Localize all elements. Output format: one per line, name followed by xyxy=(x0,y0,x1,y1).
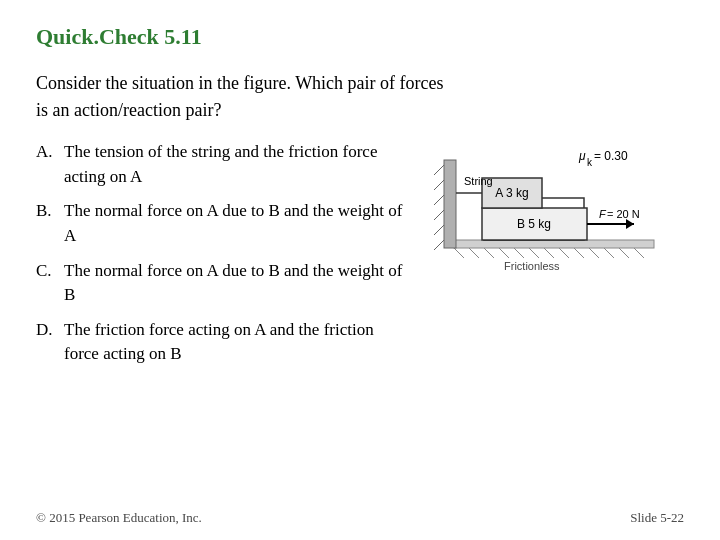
svg-text:Frictionless: Frictionless xyxy=(504,260,560,272)
answer-item-b: B. The normal force on A due to B and th… xyxy=(36,199,404,248)
svg-text:A 3 kg: A 3 kg xyxy=(495,186,528,200)
svg-line-13 xyxy=(634,248,644,258)
svg-line-6 xyxy=(529,248,539,258)
answer-letter-d: D. xyxy=(36,318,64,343)
svg-line-16 xyxy=(434,180,444,190)
slide-number: Slide 5-22 xyxy=(630,510,684,526)
svg-line-18 xyxy=(434,210,444,220)
svg-rect-0 xyxy=(454,240,654,248)
answer-letter-c: C. xyxy=(36,259,64,284)
answer-text-d: The friction force acting on A and the f… xyxy=(64,318,404,367)
answer-letter-b: B. xyxy=(36,199,64,224)
svg-text:String: String xyxy=(464,175,493,187)
answers-section: A. The tension of the string and the fri… xyxy=(36,140,404,377)
svg-line-17 xyxy=(434,195,444,205)
answer-item-a: A. The tension of the string and the fri… xyxy=(36,140,404,189)
svg-text:k: k xyxy=(587,157,593,168)
svg-line-9 xyxy=(574,248,584,258)
answer-text-a: The tension of the string and the fricti… xyxy=(64,140,404,189)
svg-line-19 xyxy=(434,225,444,235)
answer-text-c: The normal force on A due to B and the w… xyxy=(64,259,404,308)
physics-figure: A 3 kg B 5 kg A 3 kg String xyxy=(424,130,684,300)
svg-line-7 xyxy=(544,248,554,258)
svg-text:μ: μ xyxy=(578,149,586,163)
svg-line-1 xyxy=(454,248,464,258)
svg-text:F: F xyxy=(599,208,607,220)
copyright: © 2015 Pearson Education, Inc. xyxy=(36,510,202,526)
svg-line-12 xyxy=(619,248,629,258)
answer-letter-a: A. xyxy=(36,140,64,165)
svg-line-2 xyxy=(469,248,479,258)
svg-line-11 xyxy=(604,248,614,258)
content-area: A. The tension of the string and the fri… xyxy=(36,140,684,377)
page: Quick.Check 5.11 Consider the situation … xyxy=(0,0,720,540)
question-text: Consider the situation in the figure. Wh… xyxy=(36,70,456,124)
svg-marker-31 xyxy=(626,219,634,229)
svg-line-15 xyxy=(434,165,444,175)
svg-line-8 xyxy=(559,248,569,258)
answer-text-b: The normal force on A due to B and the w… xyxy=(64,199,404,248)
answer-list: A. The tension of the string and the fri… xyxy=(36,140,404,367)
svg-line-10 xyxy=(589,248,599,258)
svg-line-5 xyxy=(514,248,524,258)
footer: © 2015 Pearson Education, Inc. Slide 5-2… xyxy=(36,510,684,526)
svg-rect-14 xyxy=(444,160,456,248)
svg-text:= 20 N: = 20 N xyxy=(607,208,640,220)
svg-line-4 xyxy=(499,248,509,258)
svg-line-20 xyxy=(434,240,444,250)
svg-line-3 xyxy=(484,248,494,258)
svg-text:B 5 kg: B 5 kg xyxy=(517,217,551,231)
figure-container: A 3 kg B 5 kg A 3 kg String xyxy=(424,130,684,305)
svg-text:= 0.30: = 0.30 xyxy=(594,149,628,163)
answer-item-d: D. The friction force acting on A and th… xyxy=(36,318,404,367)
answer-item-c: C. The normal force on A due to B and th… xyxy=(36,259,404,308)
page-title: Quick.Check 5.11 xyxy=(36,24,684,50)
